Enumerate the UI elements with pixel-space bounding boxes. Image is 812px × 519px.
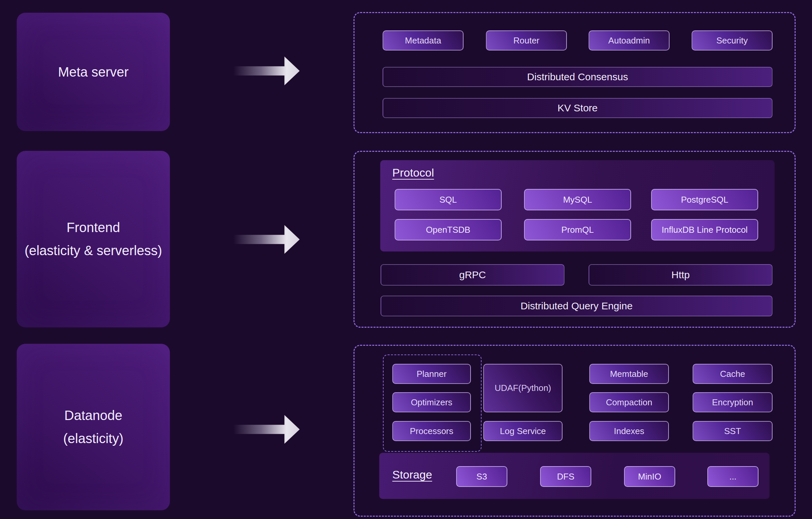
block-udaf-python: UDAF(Python) — [483, 364, 562, 412]
meta-server-label: Meta server — [58, 64, 128, 80]
block-processors: Processors — [392, 421, 471, 441]
block-promql: PromQL — [524, 219, 631, 240]
block-s3: S3 — [456, 466, 508, 487]
frontend-box: Frontend (elasticity & serverless) — [17, 151, 170, 327]
block-memtable: Memtable — [589, 364, 669, 384]
block-postgresql: PostgreSQL — [651, 189, 758, 210]
frontend-label-line2: (elasticity & serverless) — [24, 243, 162, 258]
datanode-section: Planner Optimizers Processors UDAF(Pytho… — [353, 345, 795, 517]
block-log-service: Log Service — [483, 421, 562, 441]
protocol-title: Protocol — [392, 166, 434, 179]
block-metadata: Metadata — [383, 30, 464, 51]
architecture-diagram: Meta server Frontend (elasticity & serve… — [0, 0, 812, 519]
frontend-label-line1: Frontend — [66, 220, 120, 235]
storage-panel: Storage S3 DFS MinIO ... — [379, 453, 770, 499]
datanode-label-line1: Datanode — [64, 408, 122, 423]
grpc-bar: gRPC — [381, 264, 564, 286]
distributed-consensus-bar: Distributed Consensus — [383, 67, 773, 87]
block-router: Router — [486, 30, 567, 51]
arrow-right-icon — [233, 57, 300, 85]
block-cache: Cache — [693, 364, 773, 384]
block-minio: MinIO — [624, 466, 675, 487]
block-sst: SST — [693, 421, 773, 441]
block-encryption: Encryption — [693, 392, 773, 412]
kv-store-bar: KV Store — [383, 98, 773, 118]
block-sql: SQL — [395, 189, 502, 210]
distributed-query-engine-bar: Distributed Query Engine — [381, 296, 773, 316]
http-bar: Http — [589, 264, 773, 286]
block-optimizers: Optimizers — [392, 392, 471, 412]
block-mysql: MySQL — [524, 189, 631, 210]
block-autoadmin: Autoadmin — [589, 30, 670, 51]
block-security: Security — [692, 30, 773, 51]
protocol-panel: Protocol SQL MySQL PostgreSQL OpenTSDB P… — [380, 160, 775, 252]
meta-server-box: Meta server — [17, 13, 170, 131]
arrow-right-icon — [233, 415, 300, 444]
meta-server-section: Metadata Router Autoadmin Security Distr… — [353, 12, 795, 133]
block-dfs: DFS — [540, 466, 591, 487]
frontend-section: Protocol SQL MySQL PostgreSQL OpenTSDB P… — [353, 151, 795, 328]
datanode-box: Datanode (elasticity) — [17, 344, 170, 510]
block-planner: Planner — [392, 364, 471, 384]
block-compaction: Compaction — [589, 392, 669, 412]
storage-title: Storage — [392, 468, 432, 481]
block-opentsdb: OpenTSDB — [395, 219, 502, 240]
block-indexes: Indexes — [589, 421, 669, 441]
block-ellipsis: ... — [707, 466, 758, 487]
datanode-label-line2: (elasticity) — [63, 431, 123, 446]
arrow-right-icon — [233, 225, 300, 254]
block-influxdb-line-protocol: InfluxDB Line Protocol — [651, 219, 758, 240]
